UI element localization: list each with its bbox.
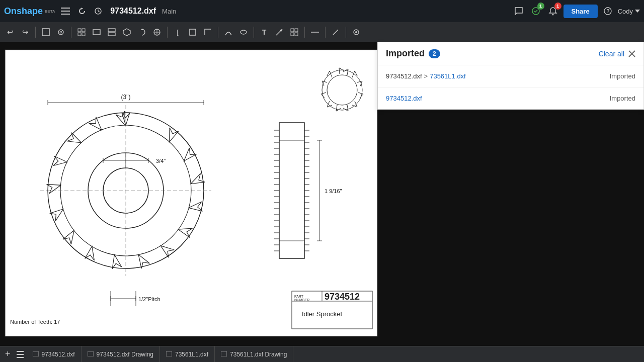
svg-rect-123 <box>17 357 24 358</box>
toolbar-separator-2 <box>71 27 71 38</box>
svg-point-13 <box>60 31 62 33</box>
drawing-svg: (3") 3/4" 1/2"Pitch <box>0 45 382 346</box>
svg-text:?: ? <box>606 9 609 14</box>
notif-1-status: Imported <box>610 72 635 80</box>
layout-button[interactable] <box>105 25 119 39</box>
update-button-container: 1 <box>529 5 542 18</box>
rectangle-button[interactable] <box>90 25 104 39</box>
tab-icon-4 <box>221 351 227 358</box>
svg-rect-31 <box>295 29 298 32</box>
notif-2-link[interactable]: 9734512.dxf <box>386 95 422 102</box>
svg-text:1 9/16": 1 9/16" <box>325 188 342 194</box>
notif-2-status: Imported <box>610 95 635 102</box>
tab-9734512-dxf[interactable]: 9734512.dxf <box>27 346 82 363</box>
line-tool-button[interactable]: [ <box>171 25 185 39</box>
svg-point-8 <box>552 14 553 16</box>
svg-rect-20 <box>108 33 115 36</box>
help-button[interactable]: ? <box>602 5 614 17</box>
toolbar-separator-3 <box>167 27 168 38</box>
history-button[interactable] <box>76 5 88 17</box>
svg-rect-14 <box>78 29 81 32</box>
move-button[interactable] <box>349 25 363 39</box>
svg-rect-18 <box>93 30 100 35</box>
svg-text:3/4": 3/4" <box>156 158 166 164</box>
select-button[interactable] <box>39 25 53 39</box>
notif-1-arrow: > <box>424 72 428 80</box>
line-separator-button[interactable] <box>308 25 322 39</box>
svg-rect-127 <box>221 351 227 356</box>
update-badge: 1 <box>537 3 544 10</box>
pen-button[interactable] <box>329 25 343 39</box>
tab-73561L1-dxf-drawing[interactable]: 73561L1.dxf Drawing <box>215 346 293 363</box>
notification-header: Imported 2 Clear all <box>378 42 643 65</box>
svg-text:PART: PART <box>294 295 304 298</box>
notification-button-container: 1 <box>546 5 559 18</box>
notification-badge: 1 <box>554 3 561 10</box>
svg-rect-26 <box>190 29 196 35</box>
freehand-button[interactable] <box>135 25 149 39</box>
svg-text:(3"): (3") <box>121 94 131 101</box>
notification-panel: Imported 2 Clear all 9734512.dxf > 73561… <box>377 42 644 110</box>
toolbar-separator-6 <box>304 27 305 38</box>
list-tabs-button[interactable] <box>14 351 27 358</box>
logo-beta: BETA <box>45 10 55 14</box>
svg-rect-0 <box>61 8 70 9</box>
hamburger-menu-button[interactable] <box>59 6 72 17</box>
svg-rect-11 <box>42 29 49 36</box>
undo-button[interactable]: ↩ <box>3 25 17 39</box>
zoom-to-fit-button[interactable] <box>54 25 68 39</box>
svg-rect-32 <box>291 33 294 36</box>
svg-rect-125 <box>88 351 94 356</box>
topbar-right: 1 1 Share ? Cody <box>512 5 640 18</box>
arc-button[interactable] <box>221 25 235 39</box>
tab-icon-1 <box>33 351 39 358</box>
svg-point-27 <box>240 30 247 34</box>
svg-rect-1 <box>61 11 70 12</box>
svg-text:NUMBER: NUMBER <box>294 298 309 302</box>
corner-button[interactable] <box>201 25 215 39</box>
rectangle2-button[interactable] <box>186 25 200 39</box>
ellipse-button[interactable] <box>236 25 251 39</box>
tab-label-3: 73561L1.dxf <box>175 351 208 358</box>
toolbar-separator-7 <box>325 27 326 38</box>
toolbar-separator-8 <box>346 27 346 38</box>
tab-9734512-dxf-drawing[interactable]: 9734512.dxf Drawing <box>82 346 160 363</box>
polygon-button[interactable] <box>120 25 134 39</box>
tab-icon-2 <box>88 351 94 358</box>
add-tab-button[interactable]: + <box>2 349 14 359</box>
text-button[interactable]: T <box>257 25 271 39</box>
svg-rect-121 <box>17 351 24 352</box>
svg-text:9734512: 9734512 <box>325 292 360 302</box>
logo: Onshape BETA <box>4 7 55 16</box>
notification-row-1: 9734512.dxf > 73561L1.dxf Imported <box>378 65 643 87</box>
toolbar-separator-5 <box>254 27 254 38</box>
circle-cut-button[interactable] <box>150 25 164 39</box>
redo-button[interactable]: ↪ <box>18 25 32 39</box>
user-menu-button[interactable]: Cody <box>618 8 640 15</box>
chat-button[interactable] <box>512 5 525 18</box>
svg-marker-21 <box>123 29 130 36</box>
notif-1-from: 9734512.dxf <box>386 72 422 80</box>
svg-rect-126 <box>166 351 172 356</box>
tabbar: + 9734512.dxf 9734512.dxf Drawing 73561L… <box>0 346 644 362</box>
svg-line-35 <box>333 30 338 35</box>
tab-label-4: 73561L1.dxf Drawing <box>230 351 287 358</box>
arrow-button[interactable] <box>272 25 286 39</box>
notif-1-link[interactable]: 73561L1.dxf <box>430 72 466 80</box>
tab-73561L1-dxf[interactable]: 73561L1.dxf <box>160 346 215 363</box>
clear-all-button[interactable]: Clear all <box>599 50 624 58</box>
frame-select-button[interactable] <box>74 25 89 39</box>
svg-rect-15 <box>82 29 85 32</box>
clock-button[interactable] <box>92 5 104 17</box>
notification-close-button[interactable] <box>628 50 635 57</box>
svg-rect-122 <box>17 354 24 355</box>
toolbar-separator-4 <box>218 27 218 38</box>
user-label: Cody <box>618 8 633 15</box>
svg-rect-17 <box>82 33 85 36</box>
svg-rect-16 <box>78 33 81 36</box>
tab-label-2: 9734512.dxf Drawing <box>97 351 153 358</box>
grid-button[interactable] <box>287 25 301 39</box>
branch-name: Main <box>162 8 176 15</box>
tab-label-1: 9734512.dxf <box>42 351 75 358</box>
share-button[interactable]: Share <box>564 5 598 18</box>
